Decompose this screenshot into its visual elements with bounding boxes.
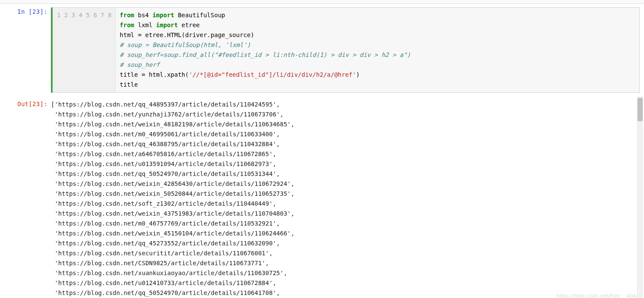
- code-body[interactable]: from bs4 import BeautifulSoup from lxml …: [116, 8, 639, 92]
- out-prompt: Out[23]:: [0, 96, 50, 107]
- comment-line: # soup = BeautifulSoup(html, 'lxml'): [120, 41, 251, 48]
- kw-import: import: [152, 12, 174, 19]
- code-line: title = html.xpath(: [120, 71, 189, 78]
- in-prompt: In [23]:: [0, 4, 50, 15]
- watermark: https://blog.csdn.net/Rex__404: [556, 292, 636, 298]
- code-line: html = etree.HTML(driver.page_source): [120, 31, 254, 38]
- scroll-thumb[interactable]: [638, 98, 643, 121]
- kw-from: from: [120, 22, 135, 28]
- output-body[interactable]: ['https://blog.csdn.net/qq_44895397/arti…: [50, 96, 644, 298]
- code-input-area[interactable]: 1 2 3 4 5 6 7 8 from bs4 import Beautifu…: [51, 7, 640, 93]
- string-literal: '//*[@id="feedlist_id"]/li/div/div/h2/a/…: [189, 71, 356, 78]
- output-cell: Out[23]: ['https://blog.csdn.net/qq_4489…: [0, 96, 644, 298]
- line-gutter: 1 2 3 4 5 6 7 8: [53, 8, 116, 92]
- scroll-track[interactable]: [637, 96, 643, 298]
- input-cell: In [23]: 1 2 3 4 5 6 7 8 from bs4 import…: [0, 4, 644, 96]
- comment-line: # soup_herf=soup.find_all("#feedlist_id …: [120, 51, 411, 58]
- top-bar: [0, 0, 644, 4]
- kw-from: from: [120, 12, 135, 19]
- scrollbar[interactable]: [637, 96, 643, 298]
- kw-import: import: [156, 22, 178, 28]
- code-line: title: [120, 81, 138, 88]
- comment-line: # soup_herf: [120, 61, 160, 68]
- code-line: ): [356, 71, 359, 78]
